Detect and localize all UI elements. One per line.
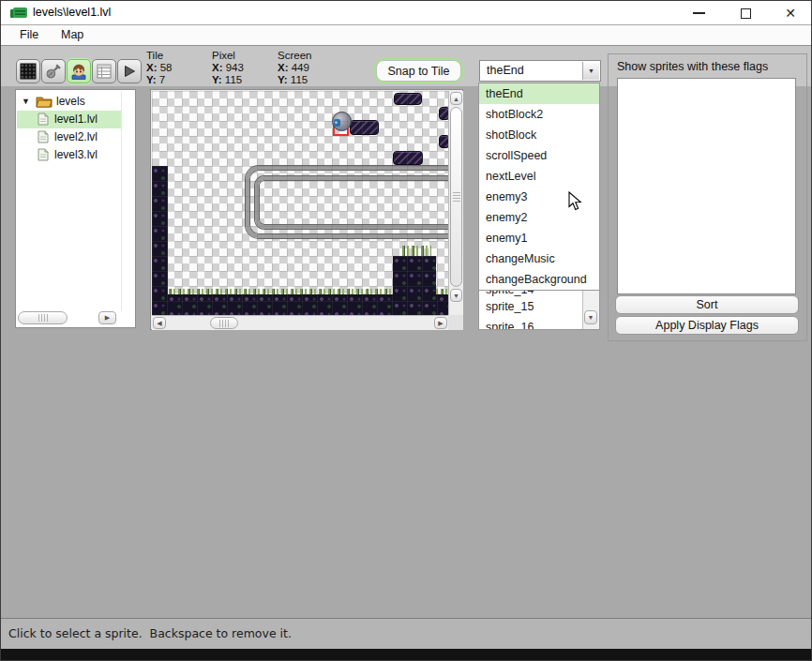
ball-visor [334, 119, 340, 127]
arrow-right-icon: ▶ [105, 314, 110, 322]
grid-tool-button[interactable] [16, 59, 40, 83]
tree-hscroll-right-button[interactable]: ▶ [98, 311, 116, 324]
file-icon [38, 113, 49, 126]
flag-option-enemy2[interactable]: enemy2 [479, 207, 599, 228]
flag-option-theEnd[interactable]: theEnd [479, 83, 599, 104]
map-canvas-panel: ▲ ▼ ◀ ▶ [150, 89, 463, 330]
arrow-down-icon: ▼ [453, 293, 459, 299]
platform-block [439, 135, 448, 148]
thumb-grip [219, 320, 229, 327]
maximize-button[interactable] [725, 1, 766, 25]
sprite-tool-button[interactable] [67, 59, 91, 83]
flag-option-changeBackground[interactable]: changeBackground [479, 269, 599, 290]
flag-option-nextLevel[interactable]: nextLevel [479, 166, 599, 187]
sprite-list-scroll-down-button[interactable]: ▼ [584, 310, 597, 324]
flag-option-shotBlock2[interactable]: shotBlock2 [479, 104, 599, 125]
ball-sprite[interactable] [332, 112, 352, 131]
tree-root-row[interactable]: ▼ levels [17, 93, 121, 111]
platform-block [394, 93, 422, 105]
platform-block [350, 120, 379, 135]
arrow-down-icon: ▼ [588, 314, 594, 321]
app-window: levels\level1.lvl ✕ File Map [0, 0, 812, 661]
canvas-hscroll-right-button[interactable]: ▶ [434, 317, 447, 329]
wall-tiles [152, 166, 168, 315]
window-title: levels\level1.lvl [33, 1, 111, 24]
file-icon [38, 130, 49, 143]
canvas-hscroll-thumb[interactable] [210, 317, 238, 329]
snap-to-tile-button[interactable]: Snap to Tile [376, 60, 461, 82]
play-tool-button[interactable] [117, 59, 142, 83]
pixel-coords-header: Pixel [212, 50, 244, 62]
status-bar: Click to select a sprite. Backspace to r… [1, 618, 811, 649]
list-icon [96, 63, 113, 80]
character-icon [70, 63, 87, 80]
platform-block [439, 107, 448, 120]
flag-dropdown-popup: theEnd shotBlock2 shotBlock scrollSpeed … [478, 83, 600, 291]
platform-block [393, 151, 423, 165]
minimize-icon [693, 12, 705, 14]
canvas-vscroll-thumb[interactable] [450, 107, 462, 287]
thumb-grip [38, 314, 48, 322]
tree-item-label: level2.lvl [54, 128, 98, 146]
pixel-coords: Pixel X: 943 Y: 115 [212, 50, 244, 86]
sprite-listbox[interactable]: sprite_14 sprite_15 sprite_16 ▼ [478, 290, 600, 330]
sprite-list-item[interactable]: sprite_14 [486, 290, 534, 297]
flag-combobox-dropdown-button[interactable]: ▼ [582, 62, 599, 80]
tree-scrollbar-divider [121, 91, 122, 311]
file-icon [38, 148, 49, 161]
flag-option-scrollSpeed[interactable]: scrollSpeed [479, 145, 599, 166]
display-flags-header: Show sprites with these flags [617, 60, 768, 73]
tile-coords: Tile X: 58 Y: 7 [146, 50, 173, 86]
shovel-tool-button[interactable] [41, 59, 66, 83]
screen-coords-header: Screen [278, 50, 311, 62]
tree-expander-icon[interactable]: ▼ [22, 93, 30, 111]
arrow-right-icon: ▶ [438, 320, 443, 327]
tree-root-label: levels [56, 93, 85, 111]
status-text: Click to select a sprite. Backspace to r… [8, 626, 292, 640]
close-icon: ✕ [785, 7, 796, 20]
flag-option-enemy1[interactable]: enemy1 [479, 228, 599, 248]
minimize-button[interactable] [678, 1, 719, 25]
tree-hscroll-thumb[interactable] [18, 311, 68, 324]
flag-combobox[interactable]: theEnd ▼ [479, 60, 601, 82]
flag-option-enemy3[interactable]: enemy3 [479, 187, 599, 207]
menu-bar: File Map [1, 25, 811, 45]
apply-display-flags-button[interactable]: Apply Display Flags [615, 316, 799, 335]
tree-item-level2[interactable]: level2.lvl [17, 128, 121, 146]
menu-map[interactable]: Map [55, 25, 89, 45]
canvas-vscroll-down-button[interactable]: ▼ [450, 289, 462, 302]
canvas-hscrollbar[interactable]: ◀ ▶ [152, 315, 448, 330]
folder-icon [36, 96, 53, 108]
map-canvas[interactable] [152, 91, 448, 315]
screen-coords: Screen X: 449 Y: 115 [278, 50, 311, 86]
list-tool-button[interactable] [92, 59, 116, 83]
grid-icon [20, 63, 37, 80]
flag-option-changeMusic[interactable]: changeMusic [479, 248, 599, 269]
flag-option-shotBlock[interactable]: shotBlock [479, 125, 599, 145]
tree-item-level3[interactable]: level3.lvl [17, 146, 121, 164]
sprite-list-vscrollbar[interactable]: ▼ [582, 290, 599, 329]
app-flag-icon [9, 7, 28, 21]
level-tree-panel: ▼ levels level1.lvl level2.lvl [15, 89, 136, 328]
shovel-icon [45, 63, 62, 80]
play-icon [121, 63, 138, 80]
canvas-vscrollbar[interactable]: ▲ ▼ [448, 91, 463, 315]
window-bottom-edge [1, 649, 811, 660]
close-button[interactable]: ✕ [770, 1, 811, 25]
arrow-up-icon: ▲ [453, 96, 459, 102]
sort-button[interactable]: Sort [615, 295, 799, 314]
canvas-hscroll-left-button[interactable]: ◀ [153, 317, 166, 329]
menu-file[interactable]: File [14, 25, 44, 45]
tower-tiles [393, 256, 436, 315]
tree-item-label: level1.lvl [54, 111, 98, 128]
sprite-list-item[interactable]: sprite_15 [486, 299, 534, 314]
flags-filter-listbox[interactable] [617, 78, 796, 294]
maximize-icon [741, 8, 751, 19]
pipe-inner-outline [255, 176, 448, 229]
canvas-vscroll-up-button[interactable]: ▲ [450, 92, 462, 105]
sprite-list-item[interactable]: sprite_16 [486, 320, 534, 330]
tree-item-level1[interactable]: level1.lvl [17, 111, 121, 128]
arrow-left-icon: ◀ [157, 320, 161, 327]
chevron-down-icon: ▼ [588, 68, 594, 74]
tile-coords-header: Tile [146, 50, 173, 62]
